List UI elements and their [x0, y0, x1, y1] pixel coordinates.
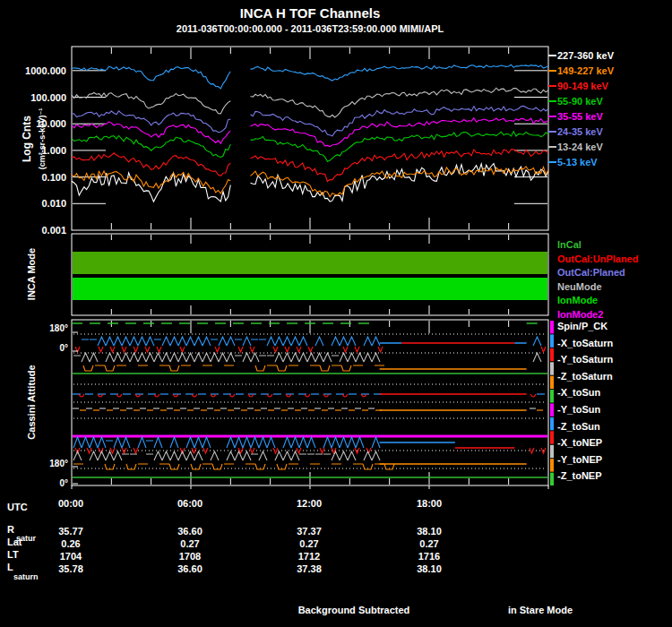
inca-mode-legend-item: OutCal:UnPlaned — [557, 253, 638, 264]
utc-column-header: 00:00 — [33, 498, 108, 509]
ephemeris-value: 38.10 — [392, 526, 467, 537]
ephemeris-row-label: L — [7, 562, 13, 572]
ephemeris-row-label: Lat — [7, 537, 22, 547]
flux-ytick-label: 0.001 — [16, 225, 66, 236]
stare-mode-note: in Stare Mode — [487, 605, 594, 615]
inca-mode-legend-item: InCal — [557, 239, 582, 250]
ephemeris-value: 36.60 — [152, 526, 228, 537]
attitude-ytick-label: 180° — [38, 459, 68, 468]
flux-ytick-label: 10.000 — [16, 118, 66, 129]
energy-channel-legend-item: 90-149 keV — [557, 81, 608, 91]
ephemeris-value: 0.27 — [392, 538, 467, 549]
ephemeris-value: 0.27 — [152, 538, 228, 549]
ephemeris-value: 36.60 — [152, 563, 228, 574]
ephemeris-value: 37.38 — [271, 563, 347, 574]
flux-ytick-label: 1000.000 — [16, 65, 66, 76]
attitude-ytick-label: 180° — [38, 323, 68, 333]
attitude-legend-item: -Y_toNEP — [557, 454, 602, 465]
background-subtracted-note: Background Subtracted — [255, 605, 452, 615]
ephemeris-value: 35.78 — [33, 563, 108, 574]
inca-mode-legend-item: IonMode2 — [557, 309, 603, 320]
energy-channel-legend-item: 55-90 keV — [557, 96, 603, 107]
ephemeris-value: 1712 — [271, 551, 347, 562]
flux-ytick-label: 0.100 — [16, 172, 66, 183]
utc-row-label: UTC — [7, 502, 28, 512]
inca-mode-legend-item: IonMode — [557, 295, 598, 305]
flux-series-5-13keV — [72, 64, 548, 89]
flux-series-227-360keV — [72, 164, 548, 202]
inca-mode-legend-item: OutCal:Planed — [557, 267, 625, 278]
inca-tof-plot-window: INCA H TOF Channels 2011-036T00:00:00.00… — [0, 0, 672, 627]
attitude-legend-item: -Y_toSaturn — [557, 354, 613, 365]
attitude-legend-item: -X_toNEP — [557, 437, 602, 448]
flux-series-149-227keV — [72, 167, 548, 197]
inca-mode-bar-active-band-1 — [73, 252, 547, 274]
utc-column-header: 18:00 — [392, 498, 467, 509]
ephemeris-value: 1708 — [152, 551, 228, 562]
attitude-legend-item: -Z_toSaturn — [557, 371, 613, 382]
ephemeris-value: 0.26 — [33, 538, 108, 549]
energy-channel-legend-item: 5-13 keV — [557, 157, 598, 167]
inca-mode-legend-item: NeuMode — [557, 281, 602, 292]
attitude-legend-item: -Z_toSun — [557, 421, 600, 432]
time-range-subtitle: 2011-036T00:00:00.000 - 2011-036T23:59:0… — [72, 23, 548, 34]
attitude-legend-item: -Z_toNEP — [557, 470, 602, 481]
energy-channel-legend-item: 227-360 keV — [557, 50, 614, 61]
ephemeris-row-label: R — [7, 524, 14, 535]
cassini-attitude-axis-label: Cassini Attitude — [26, 335, 37, 469]
attitude-ytick-label: 0° — [38, 343, 68, 353]
ephemeris-value: 37.37 — [271, 526, 347, 537]
flux-series-90-149keV — [72, 150, 548, 182]
attitude-legend-item: -Y_toSun — [557, 404, 600, 415]
flux-ytick-label: 0.010 — [16, 198, 66, 209]
energy-channel-legend-item: 35-55 keV — [557, 111, 603, 122]
attitude-legend-item: Spin/P_CK — [557, 321, 607, 331]
ephemeris-value: 1716 — [392, 551, 467, 562]
energy-channel-legend-item: 13-24 keV — [557, 142, 603, 152]
ephemeris-value: 38.10 — [392, 563, 467, 574]
attitude-ytick-label: 0° — [38, 478, 68, 488]
flux-series-35-55keV — [72, 118, 548, 147]
attitude-legend-item: -X_toSaturn — [557, 338, 613, 348]
energy-channel-legend-item: 149-227 keV — [557, 65, 614, 76]
utc-column-header: 06:00 — [152, 498, 228, 509]
attitude-legend-item: -X_toSun — [557, 387, 600, 398]
ephemeris-row-label: LT — [7, 549, 19, 560]
inca-mode-bar-active-band-2 — [73, 278, 547, 300]
ephemeris-value: 0.27 — [271, 538, 347, 549]
energy-channel-legend-item: 24-35 keV — [557, 126, 603, 137]
page-title: INCA H TOF Channels — [72, 5, 548, 21]
utc-column-header: 12:00 — [271, 498, 347, 509]
ephemeris-value: 1704 — [33, 551, 108, 562]
flux-ytick-label: 1.000 — [16, 145, 66, 156]
ephemeris-value: 35.77 — [33, 526, 108, 537]
flux-ytick-label: 100.000 — [16, 92, 66, 103]
flux-series-13-24keV — [72, 88, 548, 117]
